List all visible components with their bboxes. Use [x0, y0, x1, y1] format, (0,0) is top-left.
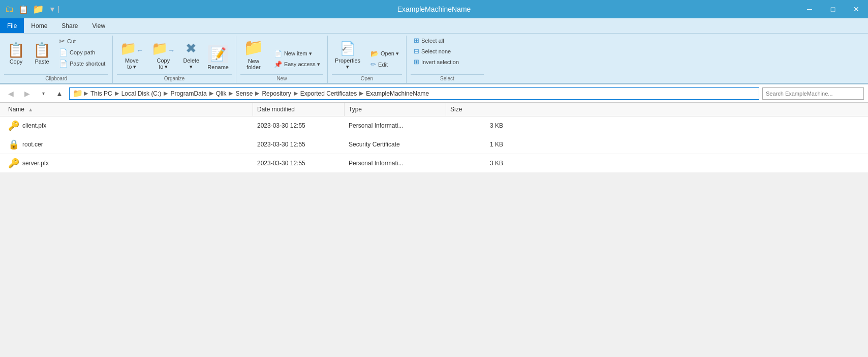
forward-button[interactable]: ▶: [20, 87, 34, 100]
paste-shortcut-label: Paste shortcut: [70, 61, 105, 67]
menu-file[interactable]: File: [0, 18, 24, 33]
sort-indicator: ▲: [28, 107, 33, 112]
select-none-icon: ⊟: [414, 47, 419, 55]
ribbon-group-clipboard: 📋 Copy 📋 Paste ✂ Cut 📄 Copy path: [0, 36, 113, 83]
search-input[interactable]: [762, 87, 864, 100]
menu-view[interactable]: View: [85, 18, 112, 33]
new-folder-icon: 📁: [243, 38, 264, 57]
file-name: server.pfx: [22, 160, 49, 167]
sep-5: ▶: [255, 90, 259, 97]
file-name: client.pfx: [22, 122, 46, 129]
delete-label: Delete▾: [183, 57, 199, 70]
divider-icon: ▼: [49, 5, 56, 13]
invert-selection-button[interactable]: ⊞ Invert selection: [411, 57, 462, 67]
col-date-modified[interactable]: Date modified: [253, 103, 345, 116]
path-folder-icon: 📁: [73, 88, 83, 98]
open-group-label: Open: [332, 74, 402, 83]
menu-home[interactable]: Home: [24, 18, 54, 33]
minimize-button[interactable]: ─: [798, 0, 821, 18]
clipboard-small-actions: ✂ Cut 📄 Copy path 📄 Paste shortcut: [56, 36, 108, 71]
back-button[interactable]: ◀: [4, 87, 17, 100]
file-type-cell: Security Certificate: [345, 137, 446, 152]
easy-access-button[interactable]: 📌 Easy access ▾: [271, 60, 323, 69]
move-to-button[interactable]: 📁← Moveto ▾: [117, 39, 146, 71]
file-size-cell: 1 KB: [446, 137, 507, 152]
table-row[interactable]: 🔑 client.pfx 2023-03-30 12:55 Personal I…: [0, 116, 868, 135]
col-type[interactable]: Type: [345, 103, 446, 116]
cut-icon: ✂: [59, 37, 65, 45]
file-date-cell: 2023-03-30 12:55: [253, 137, 345, 152]
sep-0: ▶: [84, 90, 88, 97]
path-local-disk[interactable]: Local Disk (C:): [120, 90, 163, 97]
copy-path-button[interactable]: 📄 Copy path: [56, 47, 108, 57]
path-programdata[interactable]: ProgramData: [169, 90, 208, 97]
paste-shortcut-icon: 📄: [59, 60, 68, 68]
path-this-pc[interactable]: This PC: [89, 90, 114, 97]
address-path[interactable]: 📁 ▶ This PC ▶ Local Disk (C:) ▶ ProgramD…: [69, 87, 759, 100]
select-none-label: Select none: [421, 48, 451, 54]
new-folder-button[interactable]: 📁 New folder: [240, 36, 267, 71]
new-small-actions: 📄 New item ▾ 📌 Easy access ▾: [271, 49, 323, 71]
path-repository[interactable]: Repository: [260, 90, 292, 97]
up-button[interactable]: ▲: [53, 87, 66, 100]
table-row[interactable]: 🔑 server.pfx 2023-03-30 12:55 Personal I…: [0, 154, 868, 173]
edit-icon: ✏: [370, 61, 376, 68]
paste-shortcut-button[interactable]: 📄 Paste shortcut: [56, 58, 108, 69]
select-none-button[interactable]: ⊟ Select none: [411, 46, 454, 56]
cut-button[interactable]: ✂ Cut: [56, 36, 108, 46]
copy-path-icon: 📄: [59, 48, 68, 56]
paste-button[interactable]: 📋 Paste: [30, 41, 54, 66]
invert-selection-label: Invert selection: [421, 59, 459, 65]
paste-icon: 📋: [33, 43, 51, 57]
col-name[interactable]: Name ▲: [4, 103, 253, 116]
quick-access-icon-3[interactable]: 📁: [32, 3, 45, 16]
file-date-cell: 2023-03-30 12:55: [253, 118, 345, 133]
menu-bar: File Home Share View: [0, 18, 868, 34]
edit-button[interactable]: ✏ Edit: [367, 60, 402, 69]
copy-to-label: Copyto ▾: [157, 57, 170, 70]
sep-3: ▶: [209, 90, 213, 97]
dropdown-button[interactable]: ▾: [37, 87, 50, 100]
file-name-cell: 🔒 root.cer: [4, 135, 253, 154]
sep-4: ▶: [229, 90, 233, 97]
file-icon: 🔒: [8, 139, 19, 150]
select-all-label: Select all: [421, 38, 444, 44]
close-button[interactable]: ✕: [845, 0, 868, 18]
new-item-button[interactable]: 📄 New item ▾: [271, 49, 323, 58]
table-row[interactable]: 🔒 root.cer 2023-03-30 12:55 Security Cer…: [0, 135, 868, 154]
file-name-cell: 🔑 server.pfx: [4, 154, 253, 172]
copy-to-button[interactable]: 📁→ Copyto ▾: [148, 39, 178, 71]
menu-share[interactable]: Share: [54, 18, 85, 33]
maximize-button[interactable]: □: [821, 0, 845, 18]
file-list-container: Name ▲ Date modified Type Size 🔑 client.…: [0, 103, 868, 173]
invert-selection-icon: ⊞: [414, 58, 419, 66]
delete-button[interactable]: ✖ Delete▾: [180, 39, 202, 71]
quick-access-icon-1[interactable]: 🗂: [4, 3, 15, 16]
ribbon-group-new: 📁 New folder 📄 New item ▾ 📌 Easy access …: [236, 36, 328, 83]
file-name: root.cer: [22, 141, 43, 148]
file-name-cell: 🔑 client.pfx: [4, 116, 253, 135]
properties-label: Properties▾: [335, 57, 360, 70]
delete-icon: ✖: [185, 41, 197, 56]
path-qlik[interactable]: Qlik: [214, 90, 228, 97]
ribbon-group-organize: 📁← Moveto ▾ 📁→ Copyto ▾ ✖ Delete▾ 📝 Rena…: [113, 36, 236, 83]
new-folder-label: New folder: [246, 58, 261, 70]
copy-button[interactable]: 📋 Copy: [4, 41, 28, 66]
window-controls: ─ □ ✕: [798, 0, 868, 18]
path-exported-certs[interactable]: Exported Certificates: [299, 90, 358, 97]
properties-button[interactable]: 📄 ✔ Properties▾: [332, 39, 363, 71]
sep-6: ▶: [294, 90, 298, 97]
file-list-header: Name ▲ Date modified Type Size: [0, 103, 868, 116]
file-size-cell: 3 KB: [446, 118, 507, 133]
path-machine-name[interactable]: ExampleMachineName: [364, 90, 430, 97]
quick-access-toolbar: 🗂 📋 📁 ▼ |: [4, 3, 60, 16]
easy-access-label: Easy access ▾: [284, 61, 320, 68]
select-all-button[interactable]: ⊞ Select all: [411, 36, 447, 45]
rename-button[interactable]: 📝 Rename: [204, 43, 232, 71]
path-sense[interactable]: Sense: [234, 90, 254, 97]
quick-access-icon-2[interactable]: 📋: [17, 4, 29, 15]
open-button[interactable]: 📂 Open ▾: [367, 49, 402, 58]
col-size[interactable]: Size: [446, 103, 507, 116]
rename-label: Rename: [207, 64, 229, 70]
open-icon: 📂: [370, 50, 379, 57]
